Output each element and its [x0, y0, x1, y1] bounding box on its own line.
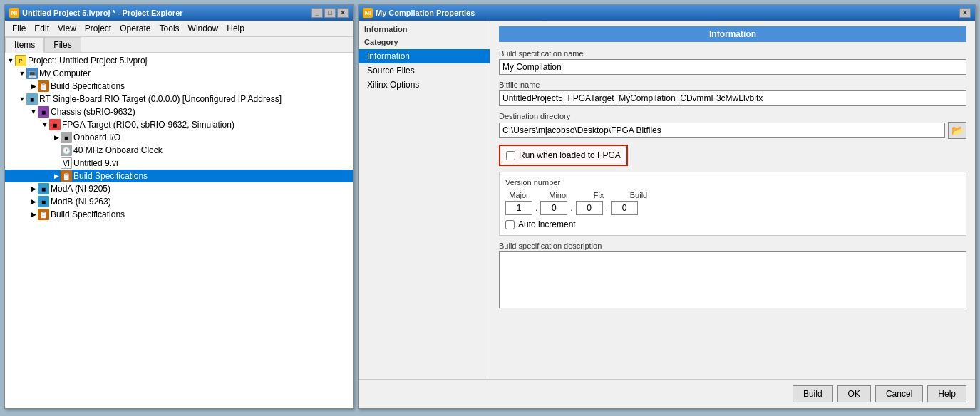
expand-arrow-modb[interactable]: ▶	[29, 197, 38, 206]
tree-item-onboard[interactable]: ▶ ■ Onboard I/O	[5, 131, 353, 144]
expand-arrow-mycomputer[interactable]: ▼	[18, 69, 26, 78]
tree-item-buildspec1[interactable]: ▶ 📋 Build Specifications	[5, 80, 353, 93]
build-spec-name-group: Build specification name	[499, 49, 966, 75]
restore-button[interactable]: □	[324, 8, 336, 18]
ok-button[interactable]: OK	[837, 385, 871, 402]
menu-window[interactable]: Window	[184, 22, 223, 35]
moda-icon: ■	[38, 183, 49, 194]
moda-label: ModA (NI 9205)	[51, 184, 110, 194]
onboard-label: Onboard I/O	[73, 132, 120, 142]
desc-textarea[interactable]	[499, 251, 966, 308]
tree-item-buildspec3[interactable]: ▶ 📋 Build Specifications	[5, 208, 353, 221]
run-when-loaded-label: Run when loaded to FPGA	[519, 150, 621, 160]
build-spec-name-input[interactable]	[499, 59, 966, 75]
tree-item-mycomputer[interactable]: ▼ 💻 My Computer	[5, 67, 353, 80]
tab-items[interactable]: Items	[5, 37, 44, 53]
version-major-input[interactable]	[505, 201, 532, 215]
expand-arrow-fpga[interactable]: ▼	[41, 120, 49, 129]
buildspec3-icon: 📋	[38, 209, 49, 220]
buildspec2-icon: 📋	[61, 170, 72, 182]
run-when-loaded-checkbox[interactable]	[506, 151, 515, 160]
browse-button[interactable]: 📂	[948, 122, 966, 139]
version-fix-input[interactable]	[576, 201, 603, 215]
expand-arrow-project[interactable]: ▼	[6, 56, 15, 65]
auto-increment-row: Auto increment	[505, 219, 960, 229]
tree-item-rt[interactable]: ▼ ■ RT Single-Board RIO Target (0.0.0.0)…	[5, 93, 353, 105]
project-label: Project: Untitled Project 5.lvproj	[28, 56, 147, 66]
info-panel: Information Build specification name Bit…	[490, 21, 975, 379]
tree-item-moda[interactable]: ▶ ■ ModA (NI 9205)	[5, 182, 353, 195]
modb-label: ModB (NI 9263)	[51, 197, 111, 207]
auto-increment-label: Auto increment	[518, 219, 576, 229]
expand-arrow-rt[interactable]: ▼	[18, 95, 26, 103]
close-button[interactable]: ✕	[337, 8, 349, 18]
onboard-icon: ■	[61, 132, 72, 143]
expand-arrow-buildspec1[interactable]: ▶	[29, 82, 38, 90]
buildspec2-label: Build Specifications	[73, 171, 148, 181]
expand-arrow-onboard[interactable]: ▶	[52, 133, 61, 142]
props-window-controls: ✕	[959, 8, 971, 18]
expand-arrow-moda[interactable]: ▶	[29, 184, 38, 193]
window-controls: _ □ ✕	[311, 8, 349, 18]
buildspec3-label: Build Specifications	[51, 209, 125, 219]
project-tree: ▼ P Project: Untitled Project 5.lvproj ▼…	[5, 53, 353, 408]
chassis-icon: ■	[38, 106, 49, 118]
tree-item-modb[interactable]: ▶ ■ ModB (NI 9263)	[5, 195, 353, 208]
dest-dir-input[interactable]	[499, 123, 945, 138]
clock-icon: 🕐	[61, 145, 72, 156]
rt-label: RT Single-Board RIO Target (0.0.0.0) [Un…	[39, 94, 282, 104]
version-dot-2: .	[570, 203, 572, 213]
properties-body: Information Category Information Source …	[359, 21, 975, 379]
category-header-label: Information	[359, 24, 490, 36]
menu-project[interactable]: Project	[81, 22, 115, 35]
menu-edit[interactable]: Edit	[30, 22, 53, 35]
properties-title: My Compilation Properties	[376, 9, 475, 17]
version-build-input[interactable]	[611, 201, 638, 215]
menu-file[interactable]: File	[8, 22, 30, 35]
mycomputer-label: My Computer	[39, 68, 91, 78]
tree-item-buildspec2[interactable]: ▶ 📋 Build Specifications	[5, 170, 353, 182]
menu-operate[interactable]: Operate	[115, 22, 155, 35]
menu-bar: File Edit View Project Operate Tools Win…	[5, 21, 353, 37]
expand-arrow-buildspec3[interactable]: ▶	[29, 210, 38, 219]
version-dot-1: .	[535, 203, 537, 213]
version-fix-header: Fix	[585, 191, 612, 199]
info-header: Information	[499, 26, 966, 42]
dest-dir-row: 📂	[499, 122, 966, 139]
expand-arrow-chassis[interactable]: ▼	[29, 108, 38, 116]
version-build-header: Build	[625, 191, 652, 199]
props-close-button[interactable]: ✕	[959, 8, 971, 18]
props-footer: Build OK Cancel Help	[359, 379, 975, 408]
tree-item-project[interactable]: ▼ P Project: Untitled Project 5.lvproj	[5, 54, 353, 67]
category-xilinx-options[interactable]: Xilinx Options	[359, 78, 490, 92]
category-source-files[interactable]: Source Files	[359, 63, 490, 78]
version-label: Version number	[505, 178, 960, 187]
app-icon: NI	[9, 8, 19, 18]
project-explorer-titlebar: NI Untitled Project 5.lvproj * - Project…	[5, 5, 353, 21]
menu-help[interactable]: Help	[222, 22, 249, 35]
vi-icon: VI	[61, 157, 72, 169]
menu-tools[interactable]: Tools	[155, 22, 184, 35]
category-information[interactable]: Information	[359, 49, 490, 63]
help-button[interactable]: Help	[927, 385, 966, 402]
version-minor-input[interactable]	[540, 201, 567, 215]
menu-view[interactable]: View	[53, 22, 81, 35]
version-headers: Major Minor Fix Build	[505, 191, 960, 199]
minimize-button[interactable]: _	[311, 8, 323, 18]
computer-icon: 💻	[26, 68, 38, 79]
tree-item-untitled9[interactable]: ▶ VI Untitled 9.vi	[5, 157, 353, 170]
auto-increment-checkbox[interactable]	[505, 220, 515, 229]
tree-item-clock[interactable]: ▶ 🕐 40 MHz Onboard Clock	[5, 144, 353, 157]
tab-files[interactable]: Files	[44, 37, 81, 52]
bitfile-name-input[interactable]	[499, 90, 966, 106]
tree-item-fpga[interactable]: ▼ ■ FPGA Target (RIO0, sbRIO-9632, Simul…	[5, 118, 353, 131]
cancel-button[interactable]: Cancel	[875, 385, 923, 402]
tree-item-chassis[interactable]: ▼ ■ Chassis (sbRIO-9632)	[5, 105, 353, 118]
build-button[interactable]: Build	[793, 385, 833, 402]
expand-arrow-buildspec2[interactable]: ▶	[52, 172, 61, 180]
dest-dir-label: Destination directory	[499, 112, 966, 120]
properties-titlebar: NI My Compilation Properties ✕	[359, 5, 975, 21]
version-minor-header: Minor	[545, 191, 572, 199]
dest-dir-group: Destination directory 📂	[499, 112, 966, 139]
project-icon: P	[15, 55, 26, 66]
